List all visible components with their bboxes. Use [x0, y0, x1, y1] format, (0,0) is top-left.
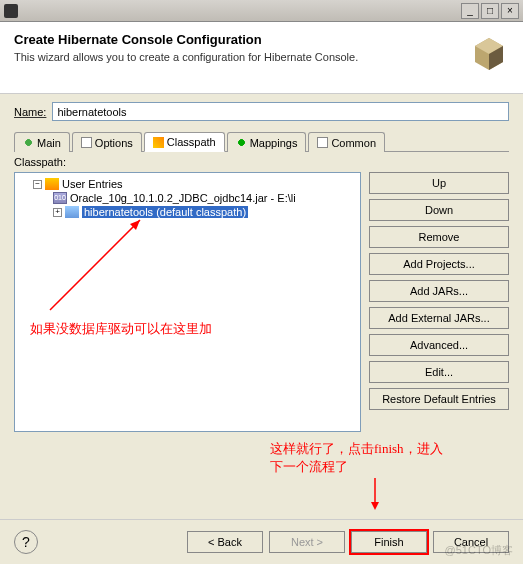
annotation-text-right: 这样就行了，点击finish，进入下一个流程了 — [270, 440, 450, 476]
mappings-icon — [236, 137, 247, 148]
page-title: Create Hibernate Console Configuration — [14, 32, 509, 47]
hibernate-logo-icon — [469, 36, 509, 76]
tab-classpath[interactable]: Classpath — [144, 132, 225, 152]
annotation-arrow-right — [365, 478, 385, 513]
project-icon — [65, 206, 79, 218]
name-label: Name: — [14, 106, 46, 118]
tab-bar: Main Options Classpath Mappings Common — [14, 131, 509, 152]
advanced-button[interactable]: Advanced... — [369, 334, 509, 356]
tab-label: Main — [37, 137, 61, 149]
app-icon — [4, 4, 18, 18]
add-external-jars-button[interactable]: Add External JARs... — [369, 307, 509, 329]
options-icon — [81, 137, 92, 148]
page-subtitle: This wizard allows you to create a confi… — [14, 51, 509, 63]
close-button[interactable]: × — [501, 3, 519, 19]
run-icon — [23, 137, 34, 148]
remove-button[interactable]: Remove — [369, 226, 509, 248]
folder-icon — [45, 178, 59, 190]
minimize-button[interactable]: _ — [461, 3, 479, 19]
classpath-icon — [153, 137, 164, 148]
name-input[interactable] — [52, 102, 509, 121]
tab-label: Common — [331, 137, 376, 149]
finish-button[interactable]: Finish — [351, 531, 427, 553]
wizard-content: Name: Main Options Classpath Mappings Co… — [0, 94, 523, 440]
tab-label: Classpath — [167, 136, 216, 148]
classpath-label: Classpath: — [14, 156, 509, 168]
tree-item-jar[interactable]: 010 Oracle_10g_10.1.0.2_JDBC_ojdbc14.jar… — [53, 191, 356, 205]
watermark: @51CTO博客 — [445, 543, 513, 558]
tab-label: Mappings — [250, 137, 298, 149]
next-button: Next > — [269, 531, 345, 553]
tree-item-default-classpath[interactable]: + hibernatetools (default classpath) — [53, 205, 356, 219]
maximize-button[interactable]: □ — [481, 3, 499, 19]
titlebar: _ □ × — [0, 0, 523, 22]
common-icon — [317, 137, 328, 148]
button-column: Up Down Remove Add Projects... Add JARs.… — [369, 172, 509, 432]
add-jars-button[interactable]: Add JARs... — [369, 280, 509, 302]
edit-button[interactable]: Edit... — [369, 361, 509, 383]
classpath-tree[interactable]: − User Entries 010 Oracle_10g_10.1.0.2_J… — [14, 172, 361, 432]
down-button[interactable]: Down — [369, 199, 509, 221]
tree-label: User Entries — [62, 178, 123, 190]
back-button[interactable]: < Back — [187, 531, 263, 553]
expand-icon[interactable]: + — [53, 208, 62, 217]
help-button[interactable]: ? — [14, 530, 38, 554]
svg-marker-6 — [371, 502, 379, 510]
tab-label: Options — [95, 137, 133, 149]
wizard-header: Create Hibernate Console Configuration T… — [0, 22, 523, 94]
tab-mappings[interactable]: Mappings — [227, 132, 307, 152]
restore-default-button[interactable]: Restore Default Entries — [369, 388, 509, 410]
tree-item-user-entries[interactable]: − User Entries — [33, 177, 356, 191]
collapse-icon[interactable]: − — [33, 180, 42, 189]
tree-label-selected: hibernatetools (default classpath) — [82, 206, 248, 218]
add-projects-button[interactable]: Add Projects... — [369, 253, 509, 275]
classpath-panel: − User Entries 010 Oracle_10g_10.1.0.2_J… — [14, 172, 509, 432]
tab-common[interactable]: Common — [308, 132, 385, 152]
jar-icon: 010 — [53, 192, 67, 204]
up-button[interactable]: Up — [369, 172, 509, 194]
tree-label: Oracle_10g_10.1.0.2_JDBC_ojdbc14.jar - E… — [70, 192, 296, 204]
tab-main[interactable]: Main — [14, 132, 70, 152]
tab-options[interactable]: Options — [72, 132, 142, 152]
name-row: Name: — [14, 102, 509, 121]
